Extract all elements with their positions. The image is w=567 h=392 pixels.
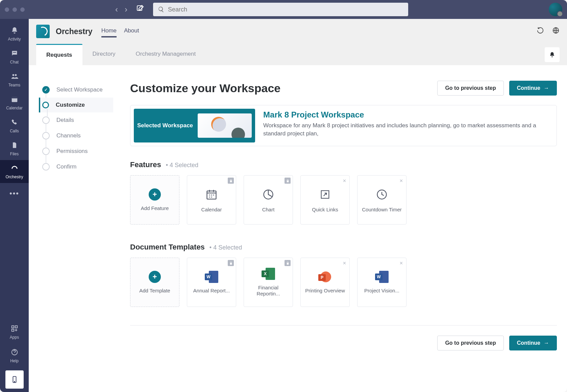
nav-forward-icon[interactable]: › [125, 5, 127, 14]
close-icon[interactable]: ✕ [341, 178, 347, 184]
rail-label: Files [10, 152, 19, 156]
rail-label: Help [10, 359, 19, 363]
avatar[interactable] [549, 3, 562, 16]
add-template-button[interactable]: + Add Template [130, 258, 179, 307]
badge-label: Selected Workspace [137, 122, 193, 129]
globe-icon[interactable] [552, 27, 560, 36]
search-input-wrap[interactable] [153, 3, 408, 16]
powerpoint-icon: P [318, 271, 332, 283]
close-icon[interactable]: ✕ [398, 178, 404, 184]
link-icon [318, 187, 332, 202]
chart-icon [261, 187, 276, 202]
close-dot[interactable] [5, 7, 9, 12]
card-label: Quick Links [309, 207, 341, 213]
step-select-workspace[interactable]: Select Workspace [39, 82, 113, 98]
word-icon: W [205, 271, 218, 283]
feature-card-countdown[interactable]: ✕ Countdown Timer [357, 175, 406, 225]
close-icon[interactable]: ✕ [398, 260, 404, 266]
templates-count: 4 Selected [209, 244, 242, 251]
window-controls [5, 7, 31, 12]
continue-button-top[interactable]: Continue → [509, 81, 557, 96]
teams-icon [10, 72, 19, 81]
feature-card-quick-links[interactable]: ✕ Quick Links [300, 175, 350, 225]
template-card-vision[interactable]: ✕ W Project Vision... [357, 258, 406, 307]
step-confirm[interactable]: Confirm [39, 159, 113, 175]
plus-icon: + [149, 188, 161, 201]
notifications-button[interactable] [545, 47, 560, 62]
refresh-icon[interactable] [537, 27, 544, 36]
prev-button-bottom[interactable]: Go to previous step [437, 336, 503, 350]
divider [130, 325, 557, 325]
rail-label: Teams [8, 83, 20, 87]
rail-chat[interactable]: Chat [0, 45, 29, 68]
template-card-printing[interactable]: ✕ P Printing Overview [300, 258, 350, 307]
rail-apps[interactable]: Apps [0, 320, 29, 343]
page-title: Customize your Workspace [130, 82, 280, 95]
excel-icon: X [262, 268, 275, 280]
template-card-annual-report[interactable]: W Annual Report... [187, 258, 236, 307]
file-icon [11, 141, 18, 150]
rail-help[interactable]: Help [0, 344, 29, 367]
lock-icon [285, 260, 291, 266]
lock-icon [228, 260, 234, 266]
feature-card-chart[interactable]: Chart [244, 175, 293, 225]
step-customize[interactable]: Customize [39, 98, 113, 112]
step-details[interactable]: Details [39, 112, 113, 128]
step-bullet-icon [42, 132, 50, 139]
rail-files[interactable]: Files [0, 137, 29, 160]
add-feature-button[interactable]: + Add Feature [130, 175, 179, 225]
svg-point-3 [15, 74, 16, 76]
step-channels[interactable]: Channels [39, 128, 113, 143]
search-icon [158, 6, 165, 13]
prev-button-top[interactable]: Go to previous step [437, 81, 503, 96]
selected-workspace-card: Selected Workspace Mark 8 Project Worksp… [130, 105, 557, 146]
step-label: Customize [56, 102, 85, 108]
subtab-directory[interactable]: Directory [82, 44, 126, 65]
card-label: Chart [260, 207, 277, 213]
rail-calendar[interactable]: Calendar [0, 91, 29, 114]
step-bullet-icon [42, 148, 50, 155]
continue-button-bottom[interactable]: Continue → [509, 336, 557, 350]
calendar-icon [204, 187, 219, 202]
rail-activity[interactable]: Activity [0, 22, 29, 45]
compose-icon[interactable] [136, 4, 144, 15]
features-heading: Features [130, 160, 161, 169]
rail-calls[interactable]: Calls [0, 114, 29, 137]
step-label: Confirm [56, 163, 77, 170]
chat-icon [11, 49, 18, 58]
step-label: Channels [56, 132, 81, 139]
orchestry-logo [36, 25, 50, 38]
rail-orchestry[interactable]: Orchestry [0, 160, 29, 183]
minimize-dot[interactable] [13, 7, 17, 12]
tab-home[interactable]: Home [101, 25, 117, 37]
svg-point-2 [12, 74, 14, 76]
help-icon [11, 348, 18, 357]
subtab-management[interactable]: Orchestry Management [126, 44, 206, 65]
sub-tabs: Requests Directory Orchestry Management [36, 44, 206, 65]
template-card-financial[interactable]: X Financial Reportin... [244, 258, 293, 307]
step-label: Details [56, 117, 74, 124]
close-icon[interactable]: ✕ [341, 260, 347, 266]
feature-card-calendar[interactable]: Calendar [187, 175, 236, 225]
apps-icon [11, 324, 18, 333]
features-row: + Add Feature Calendar [130, 175, 557, 225]
subtab-requests[interactable]: Requests [36, 44, 82, 65]
titlebar: ‹ › [0, 0, 567, 19]
rail-teams[interactable]: Teams [0, 68, 29, 91]
search-input[interactable] [168, 6, 403, 13]
selected-workspace-badge: Selected Workspace [134, 109, 255, 142]
zoom-dot[interactable] [20, 7, 25, 12]
nav-back-icon[interactable]: ‹ [115, 5, 118, 14]
tab-about[interactable]: About [124, 25, 139, 37]
step-bullet-current-icon [42, 102, 49, 108]
step-label: Select Workspace [56, 86, 103, 93]
card-label: Annual Report... [191, 288, 232, 294]
rail-label: Calendar [6, 106, 23, 110]
templates-row: + Add Template W Annual Report... [130, 258, 557, 307]
arrow-right-icon: → [544, 340, 549, 346]
step-permissions[interactable]: Permissions [39, 143, 113, 159]
button-label: Continue [517, 85, 540, 91]
rail-mobile-icon[interactable] [5, 370, 24, 389]
workspace-description: Workspace for any Mark 8 project initiat… [263, 122, 553, 138]
rail-more-icon[interactable]: ••• [9, 183, 19, 204]
